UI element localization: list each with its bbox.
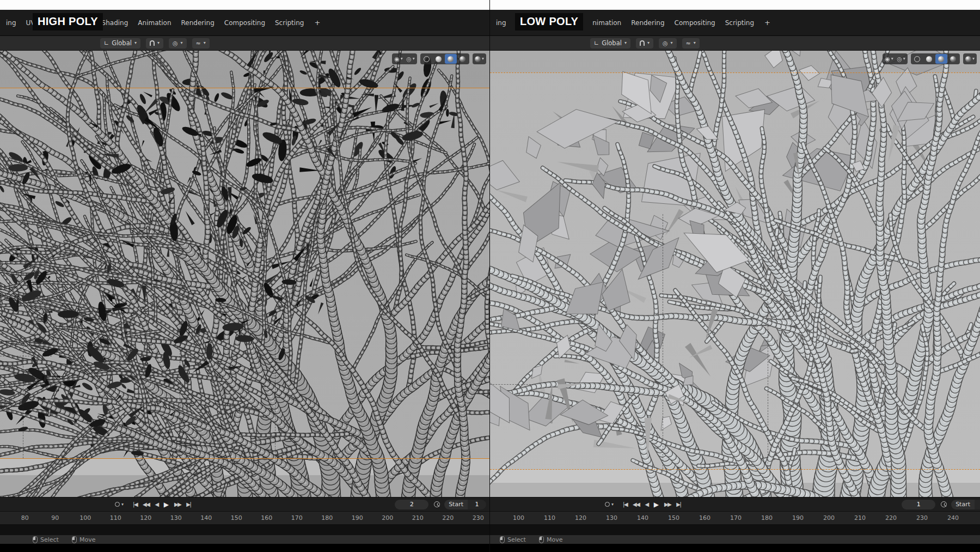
snap-toggle[interactable]: ▾ (636, 38, 653, 48)
chevron-down-icon: ▾ (181, 41, 183, 45)
dashed-guide (0, 341, 23, 342)
falloff-dropdown[interactable]: ≈ ▾ (192, 38, 210, 48)
frame-ruler[interactable]: 8090100110120130140150160170180190200210… (0, 511, 489, 524)
auto-keying-toggle[interactable]: ▾ (115, 502, 124, 507)
prev-keyframe-button[interactable]: ◀◀ (140, 500, 152, 508)
auto-keying-toggle[interactable]: ▾ (605, 502, 614, 507)
render-sphere-icon (965, 56, 971, 62)
workspace-tab[interactable]: ing (491, 16, 511, 29)
viewport-header: ∟ Global ▾ ▾ ◎ ▾ ≈ ▾ (0, 36, 489, 51)
chevron-down-icon: ▾ (134, 41, 137, 45)
ruler-frame-number: 90 (40, 514, 71, 521)
play-reverse-button[interactable]: ◀ (642, 500, 651, 508)
jump-to-start-button[interactable]: |◀ (130, 500, 140, 508)
ruler-frame-number: 180 (751, 514, 782, 521)
ruler-frame-number: 240 (938, 514, 969, 521)
render-view-button[interactable]: ▾ (964, 54, 976, 64)
record-icon (605, 502, 610, 507)
next-keyframe-button[interactable]: ▶▶ (661, 500, 673, 508)
shading-rendered-button[interactable] (947, 54, 959, 64)
start-frame-field[interactable]: Start (951, 500, 980, 509)
move-hint-label: Move (79, 536, 96, 543)
highpoly-tree-canvas[interactable] (0, 51, 489, 497)
timeline-bar: ▾ |◀ ◀◀ ◀ ▶ ▶▶ ▶| 1 Start (490, 497, 980, 511)
next-keyframe-button[interactable]: ▶▶ (171, 500, 183, 508)
topbar: ingUV ShadingAnimationRenderingCompositi… (0, 10, 489, 36)
falloff-curve-icon: ≈ (686, 40, 691, 46)
play-button[interactable]: ▶ (161, 500, 171, 509)
proportional-edit-toggle[interactable]: ◎ ▾ (169, 38, 187, 48)
ruler-frame-number: 100 (503, 514, 534, 521)
workspace-tab[interactable]: Compositing (670, 16, 720, 29)
workspace-tab[interactable]: ing (1, 16, 21, 29)
ruler-frame-number: 100 (70, 514, 101, 521)
chevron-down-icon: ▾ (624, 41, 627, 45)
ruler-frame-number: 110 (101, 514, 131, 521)
frame-ruler[interactable]: 1001101201301401501601701801902002102202… (490, 511, 980, 524)
workspace-tab[interactable]: nimation (587, 16, 626, 29)
play-button[interactable]: ▶ (651, 500, 661, 509)
shading-wireframe-button[interactable] (911, 54, 923, 64)
proportional-edit-toggle[interactable]: ◎ ▾ (659, 38, 677, 48)
chevron-down-icon: ▾ (647, 41, 650, 45)
workspace-tab[interactable]: Rendering (176, 16, 219, 29)
shading-wireframe-button[interactable] (421, 54, 433, 64)
shading-material-button[interactable] (445, 54, 457, 64)
overlays-icon: ◉ (394, 56, 400, 62)
falloff-dropdown[interactable]: ≈ ▾ (682, 38, 700, 48)
shading-rendered-button[interactable] (457, 54, 469, 64)
ruler-frame-number: 160 (252, 514, 282, 521)
workspace-tab[interactable]: Scripting (720, 16, 759, 29)
show-gizmo-button[interactable]: ◎ ▾ (405, 54, 416, 64)
jump-to-start-button[interactable]: |◀ (620, 500, 630, 508)
ruler-frame-number: 150 (658, 514, 689, 521)
ruler-frame-number: 210 (844, 514, 875, 521)
render-view-button[interactable]: ▾ (473, 54, 486, 64)
viewport-3d[interactable]: ◉ ▾ ◎ ▾ ▾ (490, 51, 980, 497)
lowpoly-window: ingTe nimationRenderingCompositingScript… (490, 0, 980, 552)
camera-border-bottom (490, 469, 980, 470)
current-frame-field[interactable]: 2 (395, 500, 428, 509)
transform-orientation-dropdown[interactable]: ∟ Global ▾ (590, 38, 630, 48)
overlays-icon: ◉ (885, 56, 890, 62)
dashed-guide (0, 356, 52, 356)
current-frame-field[interactable]: 1 (902, 500, 935, 509)
gizmo-icon: ◎ (897, 56, 902, 62)
left-mouse-icon (33, 536, 38, 543)
wireframe-sphere-icon (424, 56, 430, 62)
show-overlays-button[interactable]: ◉ ▾ (883, 54, 895, 64)
chevron-down-icon: ▾ (671, 41, 673, 45)
gizmo-icon: ◎ (406, 56, 412, 62)
camera-border-top (0, 88, 489, 88)
viewport-3d[interactable]: ◉ ▾ ◎ ▾ ▾ (0, 51, 489, 497)
highpoly-window: ingUV ShadingAnimationRenderingCompositi… (0, 0, 490, 552)
workspace-tab[interactable]: Scripting (270, 16, 309, 29)
workspace-tab[interactable]: Animation (133, 16, 176, 29)
start-frame-field[interactable]: Start 1 (444, 500, 486, 509)
show-gizmo-button[interactable]: ◎ ▾ (895, 54, 907, 64)
shading-material-button[interactable] (935, 54, 947, 64)
prev-keyframe-button[interactable]: ◀◀ (630, 500, 642, 508)
play-reverse-button[interactable]: ◀ (152, 500, 161, 508)
add-workspace-button[interactable]: + (309, 16, 326, 29)
camera-border-bottom (0, 458, 489, 459)
jump-to-end-button[interactable]: ▶| (183, 500, 193, 508)
workspace-tab[interactable]: Rendering (626, 16, 669, 29)
add-workspace-button[interactable]: + (759, 16, 776, 29)
jump-to-end-button[interactable]: ▶| (673, 500, 683, 508)
ruler-frame-number: 150 (222, 514, 252, 521)
lowpoly-tree-canvas[interactable] (490, 51, 980, 497)
snap-toggle[interactable]: ▾ (146, 38, 163, 48)
transform-orientation-dropdown[interactable]: ∟ Global ▾ (100, 38, 140, 48)
status-bar: Select Move (0, 535, 489, 544)
shading-solid-button[interactable] (433, 54, 445, 64)
chevron-down-icon: ▾ (482, 57, 484, 61)
magnet-icon (640, 40, 645, 46)
ruler-frame-number: 220 (875, 514, 906, 521)
ruler-frame-number: 200 (372, 514, 403, 521)
workspace-tab[interactable]: Compositing (219, 16, 270, 29)
ruler-frame-number: 190 (782, 514, 813, 521)
rendered-sphere-icon (460, 56, 465, 62)
show-overlays-button[interactable]: ◉ ▾ (393, 54, 405, 64)
shading-solid-button[interactable] (923, 54, 935, 64)
